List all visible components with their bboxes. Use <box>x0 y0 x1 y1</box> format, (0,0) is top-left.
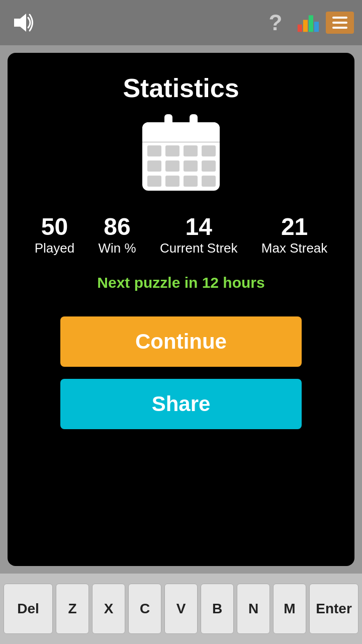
svg-marker-0 <box>14 14 26 32</box>
svg-rect-19 <box>165 176 179 187</box>
top-bar: ? <box>0 0 362 45</box>
key-del[interactable]: Del <box>4 584 53 634</box>
win-pct-label: Win % <box>98 240 136 256</box>
svg-rect-13 <box>202 145 216 156</box>
svg-rect-14 <box>147 160 161 172</box>
svg-rect-1 <box>298 25 302 32</box>
key-c[interactable]: C <box>128 584 161 634</box>
svg-rect-15 <box>165 160 179 172</box>
svg-rect-11 <box>165 145 179 156</box>
max-streak-label: Max Streak <box>261 240 328 256</box>
key-m[interactable]: M <box>273 584 306 634</box>
win-pct-number: 86 <box>104 214 130 240</box>
played-label: Played <box>35 240 75 256</box>
svg-rect-4 <box>314 22 319 32</box>
key-x[interactable]: X <box>92 584 125 634</box>
key-z[interactable]: Z <box>56 584 89 634</box>
stats-row: 50 Played 86 Win % 14 Current Strek 21 M… <box>23 214 339 256</box>
continue-button[interactable]: Continue <box>60 316 302 367</box>
svg-rect-2 <box>303 20 308 32</box>
svg-rect-21 <box>202 176 216 187</box>
hamburger-icon[interactable] <box>326 12 354 34</box>
svg-rect-10 <box>147 145 161 156</box>
key-n[interactable]: N <box>237 584 270 634</box>
calendar-icon <box>138 113 224 194</box>
svg-rect-9 <box>142 141 220 143</box>
stat-played: 50 Played <box>35 214 75 256</box>
stat-current-streak: 14 Current Strek <box>160 214 238 256</box>
svg-rect-16 <box>184 160 198 172</box>
bar-chart-icon[interactable] <box>294 9 322 37</box>
played-number: 50 <box>41 214 68 240</box>
keyboard-row: Del Z X C V B N M Enter <box>0 574 362 644</box>
svg-rect-17 <box>202 160 216 172</box>
current-streak-label: Current Strek <box>160 240 238 256</box>
svg-rect-18 <box>147 176 161 187</box>
svg-rect-12 <box>184 145 198 156</box>
help-icon[interactable]: ? <box>261 9 290 37</box>
svg-rect-8 <box>142 122 220 141</box>
svg-rect-20 <box>184 176 198 187</box>
stat-win-pct: 86 Win % <box>98 214 136 256</box>
max-streak-number: 21 <box>281 214 308 240</box>
speaker-icon[interactable] <box>8 9 36 37</box>
key-b[interactable]: B <box>201 584 234 634</box>
statistics-modal: Statistics <box>8 53 354 566</box>
key-enter[interactable]: Enter <box>309 584 358 634</box>
modal-title: Statistics <box>123 73 239 103</box>
share-button[interactable]: Share <box>60 379 302 429</box>
stat-max-streak: 21 Max Streak <box>261 214 328 256</box>
svg-rect-3 <box>309 15 313 32</box>
next-puzzle-text: Next puzzle in 12 hours <box>97 274 264 291</box>
key-v[interactable]: V <box>164 584 198 634</box>
current-streak-number: 14 <box>186 214 212 240</box>
main-area: Statistics <box>0 45 362 574</box>
